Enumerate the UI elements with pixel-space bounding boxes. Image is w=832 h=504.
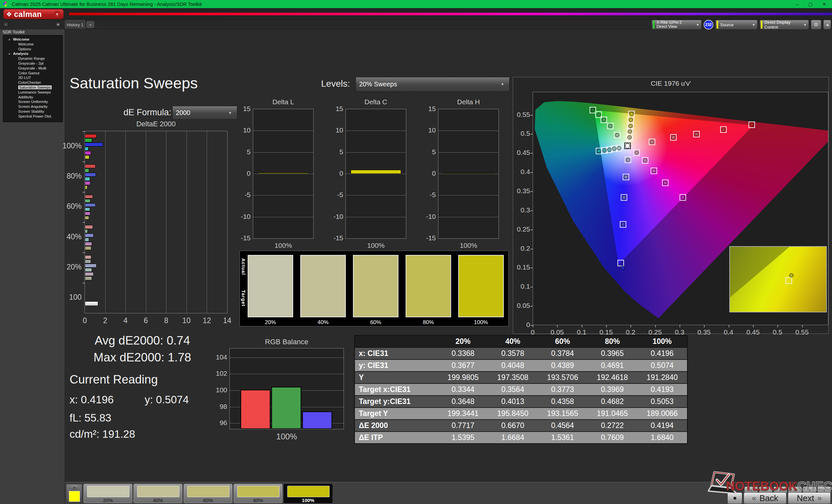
sidebar-item-grayscale-multi[interactable]: Grayscale - Multi	[3, 66, 62, 71]
bar-white	[85, 301, 98, 306]
y-tick-label: -10	[329, 213, 343, 221]
measurement-point	[629, 112, 633, 116]
minimize-button[interactable]: –	[796, 2, 799, 7]
sidebar-item-screen-uniformity[interactable]: Screen Uniformity	[3, 100, 62, 104]
cell-value: 0.4389	[538, 360, 587, 371]
meter-count-badge[interactable]: 232	[704, 20, 713, 30]
group-label: 40%	[45, 232, 82, 241]
levels-select[interactable]: 20% Sweeps ▼	[356, 77, 510, 91]
tab-history-1[interactable]: History 1	[65, 20, 85, 29]
delta-bar	[258, 173, 308, 174]
stop-button[interactable]: ■	[727, 492, 742, 504]
source-dropdown[interactable]: Source ▼	[715, 20, 758, 30]
back-button[interactable]: « Back	[744, 492, 786, 504]
y-tick-label: 15	[329, 105, 343, 113]
calman-dropdown-arrow-icon[interactable]: ▼	[54, 11, 61, 18]
y-tick-label: -15	[421, 234, 436, 242]
next-button[interactable]: Next »	[788, 492, 831, 504]
settings-button[interactable]: ⚙	[811, 20, 821, 30]
sidebar-item-color-gamut[interactable]: Color Gamut	[3, 71, 62, 76]
cell-value: 0.3677	[438, 360, 488, 371]
collapse-panel-button[interactable]: ◀	[823, 20, 831, 30]
sidebar-item-grayscale-2pt[interactable]: Grayscale - 2pt	[3, 61, 62, 66]
datapoint-thumb-60%[interactable]: 60%	[184, 484, 232, 503]
calman-app-icon	[2, 1, 9, 7]
bar	[85, 195, 93, 199]
sidebar-item-luminance-sweeps[interactable]: Luminance Sweeps	[3, 90, 62, 95]
sidebar-item-saturation-sweeps[interactable]: Saturation Sweeps	[3, 85, 62, 90]
sidebar-item-screen-stability[interactable]: Screen Stability	[3, 109, 62, 114]
sidebar-item-label: ColorChecker	[18, 81, 41, 84]
window-title: Calman 2025 Calman Ultimate for Business…	[12, 1, 202, 7]
delta-l-title: Delta L	[253, 98, 314, 106]
add-tab-button[interactable]: +	[86, 21, 94, 28]
sidebar-item-welcome[interactable]: ◢Welcome	[3, 37, 62, 42]
y-tick-label: 0	[514, 321, 530, 329]
expand-up-button[interactable]: ▲	[71, 485, 78, 490]
x-tick-label: 0.5	[768, 328, 787, 336]
tree-expand-icon[interactable]: ◢	[8, 51, 10, 56]
column-header: 20%	[438, 336, 488, 347]
datapoint-thumb-100%[interactable]: 100%	[284, 484, 333, 503]
axis-tick	[82, 131, 85, 132]
bar	[85, 207, 90, 212]
measurement-point	[596, 113, 601, 117]
sidebar-item-welcome[interactable]: Welcome	[3, 42, 62, 47]
row-label: Y	[355, 372, 438, 383]
sidebar-item-label: Grayscale - Multi	[18, 66, 46, 70]
thumb-label: 100%	[284, 498, 332, 503]
actual-label: Actual	[241, 258, 246, 275]
sidebar-item-spectral-power-dist-[interactable]: Spectral Power Dist.	[3, 114, 62, 119]
y-tick-label: -15	[329, 234, 343, 242]
sidebar-item-dynamic-range[interactable]: Dynamic Range	[3, 56, 62, 61]
sidebar-item-colorchecker[interactable]: ColorChecker	[3, 80, 62, 85]
sidebar-item-label: Spectral Power Dist.	[18, 114, 52, 118]
datapoint-thumb-80%[interactable]: 80%	[234, 484, 282, 503]
sidebar-collapse-button[interactable]: ◀	[55, 21, 61, 28]
table-row: ΔE 20000.77170.66700.45640.27220.4194	[355, 419, 687, 431]
y-tick	[530, 115, 533, 116]
de-formula-label: dE Formula:	[124, 108, 171, 117]
datapoint-thumb-20%[interactable]: 20%	[83, 484, 132, 503]
meter-dropdown[interactable]: X-Rite i1Pro 2 Direct View ▼	[652, 20, 702, 30]
maximize-button[interactable]: ▢	[808, 2, 812, 7]
y-tick-label: -5	[421, 191, 436, 199]
column-header: 40%	[488, 336, 538, 347]
x-tick-label: 8	[159, 316, 173, 325]
bar	[85, 147, 88, 151]
calman-menu-button[interactable]: ❖ calman ▼	[3, 9, 64, 19]
sidebar-item-options[interactable]: Options	[3, 47, 62, 52]
y-tick-label: 0	[329, 169, 343, 177]
sidebar-tree: ◢WelcomeWelcomeOptions◢AnalysisDynamic R…	[3, 35, 63, 122]
datapoint-mini-panel: ▲	[66, 484, 82, 503]
sidebar-item-analysis[interactable]: ◢Analysis	[3, 51, 62, 56]
row-label: ΔE ITP	[355, 432, 438, 443]
bar	[85, 181, 90, 185]
axis-tick	[82, 252, 85, 253]
sidebar-item-screen-angularity[interactable]: Screen Angularity	[3, 104, 62, 109]
row-label: Target x:CIE31	[355, 384, 438, 395]
knob-dot-icon: ●	[5, 23, 6, 26]
bar	[85, 155, 89, 159]
tree-expand-icon[interactable]: ◢	[8, 37, 10, 42]
cell-value: 195.8450	[488, 408, 538, 419]
x-tick-label: 0	[78, 316, 92, 325]
measurement-point	[597, 149, 601, 153]
close-button[interactable]: ✕	[822, 2, 826, 7]
sidebar-item-additivity[interactable]: Additivity	[3, 95, 62, 100]
datapoint-thumb-40%[interactable]: 40%	[134, 484, 182, 503]
deltae-chart-title: DeltaE 2000	[84, 120, 228, 128]
bar	[85, 134, 97, 138]
sidebar-item-3d-lut[interactable]: 3D LUT	[3, 75, 62, 80]
gridline	[253, 174, 313, 174]
white-measurement-point	[625, 143, 630, 148]
sidebar-item-label: Screen Stability	[18, 109, 44, 113]
y-tick-label: 102	[212, 369, 227, 377]
measurement-point	[591, 108, 595, 112]
bar	[85, 169, 89, 172]
de-formula-select[interactable]: 2000 ▼	[172, 106, 237, 119]
panel-knob-button[interactable]: ●	[3, 21, 9, 28]
gridline	[230, 358, 343, 358]
display-control-dropdown[interactable]: Direct Display Control ▼	[759, 20, 809, 30]
next-label: Next	[797, 493, 814, 503]
